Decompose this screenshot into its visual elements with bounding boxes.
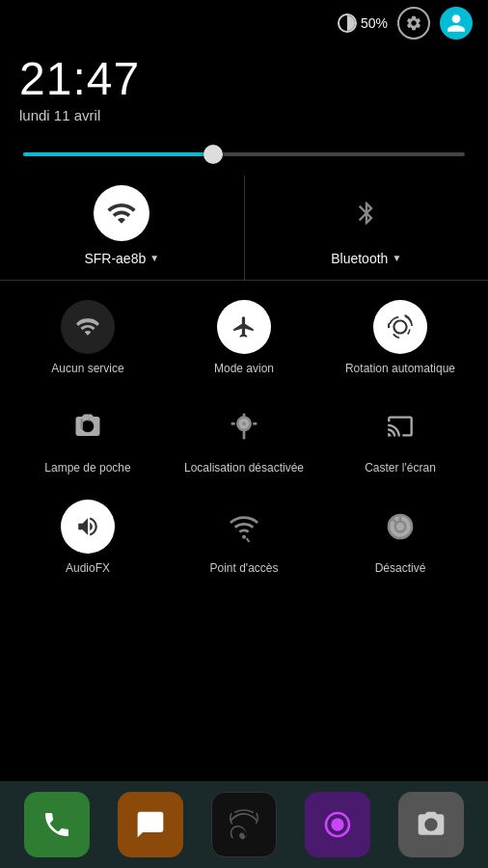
grid-row-2: Lampe de poche Localisation désactivée [10,390,478,486]
battery-icon [338,14,357,33]
bluetooth-label: Bluetooth ▼ [331,251,401,266]
hotspot-label: Point d'accès [210,561,279,577]
wifi-label: SFR-ae8b ▼ [84,251,159,266]
hotspot-icon [217,500,271,554]
dock-camera[interactable] [398,792,464,857]
bluetooth-icon [353,185,380,241]
dock-app4[interactable] [305,792,370,857]
svg-line-7 [247,538,250,542]
grid-item-rotation[interactable]: Rotation automatique [322,290,478,387]
bluetooth-chevron: ▼ [392,253,401,263]
flashlight-label: Lampe de poche [44,461,130,476]
audiofx-icon [61,500,115,554]
svg-point-11 [331,818,343,830]
bluetooth-toggle[interactable]: Bluetooth ▼ [245,176,489,280]
wifi-icon-circle [94,185,149,241]
dock-phone[interactable] [24,792,90,857]
grid-item-cast[interactable]: Caster l'écran [322,390,478,486]
clock-date: lundi 11 avril [19,107,469,123]
grid-item-audiofx[interactable]: AudioFX [10,490,166,586]
quick-settings-grid: Aucun service Mode avion Rotation automa… [0,290,488,586]
wifi-chevron: ▼ [149,253,159,263]
grid-item-flashlight[interactable]: Lampe de poche [10,390,166,486]
grid-row-1: Aucun service Mode avion Rotation automa… [10,290,478,387]
flashlight-icon [61,399,115,453]
battery-percentage: 50% [361,15,388,31]
battery-indicator: 50% [338,14,388,33]
vpn-label: Désactivé [375,561,426,577]
settings-icon[interactable] [397,7,430,40]
clock-time: 21:47 [19,54,469,105]
brightness-thumb[interactable] [203,145,223,164]
signal-icon [61,300,115,354]
signal-label: Aucun service [51,362,123,377]
airplane-label: Mode avion [214,362,274,377]
brightness-slider-container[interactable] [0,143,488,176]
rotation-icon [373,300,427,354]
cast-label: Caster l'écran [365,461,436,476]
audiofx-label: AudioFX [66,561,110,577]
airplane-icon [217,300,271,354]
grid-item-hotspot[interactable]: Point d'accès [166,490,322,586]
user-avatar[interactable] [440,7,473,40]
bottom-dock [0,781,488,868]
grid-item-signal[interactable]: Aucun service [10,290,166,387]
grid-item-location[interactable]: Localisation désactivée [166,390,322,486]
dock-fingerprint[interactable] [211,792,277,857]
cast-icon [373,399,427,453]
grid-item-airplane[interactable]: Mode avion [166,290,322,387]
clock-area: 21:47 lundi 11 avril [0,46,488,143]
dock-messaging[interactable] [118,792,183,857]
status-bar: 50% [0,0,488,46]
grid-item-vpn[interactable]: Désactivé [322,490,478,586]
grid-row-3: AudioFX Point d'accès [10,490,478,586]
location-icon [217,399,271,453]
brightness-track[interactable] [23,152,465,156]
location-label: Localisation désactivée [184,461,304,476]
vpn-icon [373,500,427,554]
rotation-label: Rotation automatique [345,362,455,377]
wifi-toggle[interactable]: SFR-ae8b ▼ [0,176,245,280]
brightness-fill [23,152,213,156]
top-toggles: SFR-ae8b ▼ Bluetooth ▼ [0,176,488,281]
